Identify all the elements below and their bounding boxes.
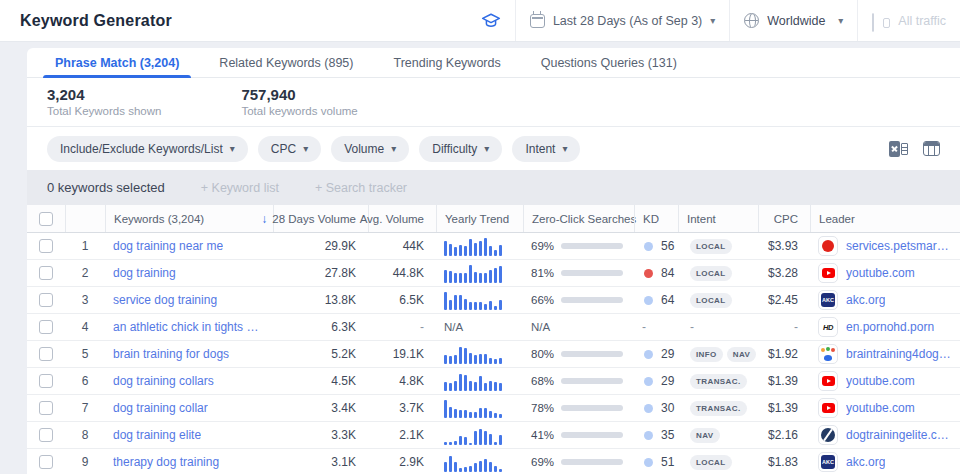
tab-4[interactable]: Questions Queries (131): [521, 48, 697, 77]
leader-link[interactable]: youtube.com: [846, 266, 915, 280]
excel-export-icon[interactable]: [889, 141, 908, 157]
column-header-28-days-volume[interactable]: ↓28 Days Volume: [273, 205, 368, 232]
region-selector[interactable]: Worldwide ▾: [729, 0, 857, 41]
column-header-avg-volume[interactable]: Avg. Volume: [368, 205, 436, 232]
volume-28d-value: 3.3K: [273, 422, 368, 448]
table-row: 5brain training for dogs5.2K19.1K80%29IN…: [27, 341, 960, 368]
traffic-type-label: All traffic: [898, 14, 946, 28]
keyword-link[interactable]: dog training elite: [113, 428, 201, 442]
column-header-intent[interactable]: Intent: [678, 205, 758, 232]
keyword-link[interactable]: dog training near me: [113, 239, 223, 253]
zero-click-bar: [561, 243, 623, 249]
row-checkbox[interactable]: [39, 347, 53, 361]
leader-link[interactable]: akc.org: [846, 293, 885, 307]
table-body: 1dog training near me29.9K44K69%56LOCAL$…: [27, 233, 960, 474]
table-row: 2dog training27.8K44.8K81%84LOCAL$3.28yo…: [27, 260, 960, 287]
filter-volume[interactable]: Volume▾: [331, 136, 409, 162]
table-row: 9therapy dog training3.1K2.9K69%51LOCAL$…: [27, 449, 960, 474]
tab-2[interactable]: Related Keywords (895): [199, 48, 373, 77]
volume-28d-value: 6.3K: [273, 314, 368, 340]
region-label: Worldwide: [767, 14, 825, 28]
trend-sparkline: [444, 399, 502, 418]
zero-click-cell: 78%: [523, 395, 634, 421]
kd-cell: 29: [634, 341, 678, 367]
filter-intent[interactable]: Intent▾: [512, 136, 580, 162]
kd-value: -: [642, 320, 646, 334]
zero-click-bar: [561, 432, 623, 438]
avg-volume-value: 44.8K: [368, 260, 436, 286]
column-header-kd[interactable]: KD: [634, 205, 678, 232]
select-all-header[interactable]: [27, 205, 65, 232]
select-all-checkbox[interactable]: [39, 212, 53, 226]
avg-volume-value: 3.7K: [368, 395, 436, 421]
zero-click-cell: 81%: [523, 260, 634, 286]
leader-link[interactable]: youtube.com: [846, 401, 915, 415]
keyword-link[interactable]: service dog training: [113, 293, 217, 307]
leader-link[interactable]: en.pornohd.porn: [846, 320, 934, 334]
filter-pills: Include/Exclude Keywords/List▾CPC▾Volume…: [47, 136, 580, 162]
row-checkbox[interactable]: [39, 320, 53, 334]
keyword-link[interactable]: brain training for dogs: [113, 347, 229, 361]
youtube-favicon-icon: [818, 398, 838, 418]
volume-28d-value: 3.4K: [273, 395, 368, 421]
tab-3[interactable]: Trending Keywords: [373, 48, 520, 77]
yearly-trend-cell: [436, 341, 523, 367]
column-header-leader[interactable]: Leader: [810, 205, 960, 232]
tab-1[interactable]: Phrase Match (3,204): [35, 48, 199, 77]
youtube-favicon-icon: [818, 371, 838, 391]
row-checkbox[interactable]: [39, 374, 53, 388]
row-checkbox[interactable]: [39, 455, 53, 469]
academy-button[interactable]: [467, 0, 515, 41]
intent-cell: INFONAV: [678, 341, 758, 367]
column-header-label: Yearly Trend: [445, 213, 509, 225]
intent-badge: TRANSAC.: [690, 374, 747, 389]
zero-click-cell: 80%: [523, 341, 634, 367]
filter-cpc[interactable]: CPC▾: [258, 136, 321, 162]
leader-link[interactable]: services.petsmart…: [846, 239, 952, 253]
kd-difficulty-dot: [644, 404, 653, 413]
leader-link[interactable]: braintraining4dog…: [846, 347, 951, 361]
zero-click-cell: 41%: [523, 422, 634, 448]
keyword-link[interactable]: an athletic chick in tights got up d…: [113, 320, 265, 334]
column-header-yearly-trend[interactable]: Yearly Trend: [436, 205, 523, 232]
leader-cell: youtube.com: [810, 368, 960, 394]
column-header-cpc[interactable]: CPC: [758, 205, 810, 232]
cpc-value: $1.83: [758, 449, 810, 474]
filter-label: Volume: [344, 142, 384, 156]
leader-cell: services.petsmart…: [810, 233, 960, 259]
row-number-header: [65, 205, 105, 232]
zero-click-percent: 80%: [531, 348, 561, 360]
youtube-favicon-icon: [818, 263, 838, 283]
intent-badge: NAV: [727, 347, 757, 362]
keyword-link[interactable]: dog training collars: [113, 374, 214, 388]
zero-click-bar: [561, 378, 623, 384]
filter-difficulty[interactable]: Difficulty▾: [419, 136, 502, 162]
keyword-link[interactable]: dog training: [113, 266, 176, 280]
column-header-label: CPC: [774, 213, 798, 225]
leader-cell: braintraining4dog…: [810, 341, 960, 367]
row-select-cell: [27, 422, 65, 448]
row-checkbox[interactable]: [39, 266, 53, 280]
zero-click-percent: 69%: [531, 456, 561, 468]
row-select-cell: [27, 449, 65, 474]
row-checkbox[interactable]: [39, 293, 53, 307]
leader-link[interactable]: akc.org: [846, 455, 885, 469]
leader-cell: AKCakc.org: [810, 449, 960, 474]
row-number: 7: [65, 395, 105, 421]
row-checkbox[interactable]: [39, 428, 53, 442]
column-header-keywords-3-204-[interactable]: Keywords (3,204): [105, 205, 273, 232]
column-header-zero-click-searches[interactable]: Zero-Click Searches: [523, 205, 634, 232]
date-range-selector[interactable]: Last 28 Days (As of Sep 3) ▾: [515, 0, 729, 41]
leader-link[interactable]: youtube.com: [846, 374, 915, 388]
filter-include-exclude-keywords-list[interactable]: Include/Exclude Keywords/List▾: [47, 136, 248, 162]
keyword-link[interactable]: dog training collar: [113, 401, 208, 415]
traffic-type-selector: All traffic: [857, 0, 960, 41]
keyword-cell: an athletic chick in tights got up d…: [105, 314, 273, 340]
row-checkbox[interactable]: [39, 401, 53, 415]
row-checkbox[interactable]: [39, 239, 53, 253]
zero-click-cell: 66%: [523, 287, 634, 313]
table-columns-icon[interactable]: [923, 141, 940, 156]
avg-volume-value: -: [368, 314, 436, 340]
keyword-link[interactable]: therapy dog training: [113, 455, 219, 469]
leader-link[interactable]: dogtrainingelite.c…: [846, 428, 949, 442]
